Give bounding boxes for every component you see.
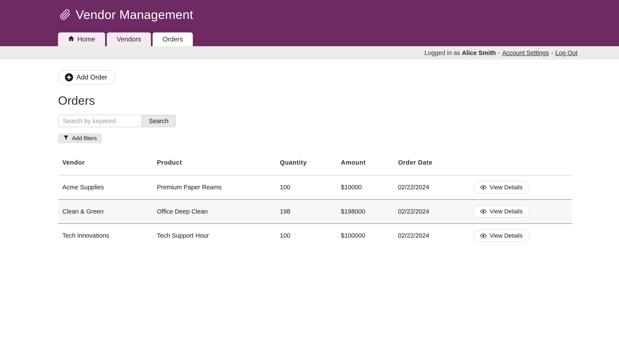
logged-in-prefix: Logged in as: [424, 49, 460, 56]
tab-vendors-label: Vendors: [117, 35, 141, 43]
logout-link[interactable]: Log Out: [555, 49, 577, 56]
cell-product: Tech Support Hour: [153, 224, 276, 248]
eye-icon: [480, 208, 487, 215]
orders-table: Vendor Product Quantity Amount Order Dat…: [58, 155, 572, 248]
user-bar: Logged in as Alice Smith - Account Setti…: [0, 46, 619, 59]
cell-amount: $10000: [337, 175, 394, 199]
column-header-quantity: Quantity: [276, 155, 337, 175]
table-header-row: Vendor Product Quantity Amount Order Dat…: [58, 155, 572, 175]
main-content: Add Order Orders Search Add filters Vend…: [0, 59, 619, 248]
cell-amount: $100000: [337, 224, 394, 248]
tab-home[interactable]: Home: [58, 32, 105, 46]
search-input[interactable]: [58, 115, 141, 127]
search-row: Search: [58, 115, 578, 127]
table-row: Acme Supplies Premium Paper Reams 100 $1…: [58, 175, 572, 199]
search-button[interactable]: Search: [141, 115, 176, 127]
view-details-label: View Details: [490, 232, 523, 239]
cell-product: Premium Paper Reams: [153, 175, 276, 199]
add-filters-label: Add filters: [72, 135, 97, 142]
cell-vendor: Acme Supplies: [58, 175, 153, 199]
home-icon: [68, 35, 74, 43]
account-settings-link[interactable]: Account Settings: [502, 49, 549, 56]
cell-amount: $198000: [337, 199, 394, 224]
cell-quantity: 198: [276, 199, 337, 224]
main-nav: Home Vendors Orders: [58, 32, 193, 46]
view-details-button[interactable]: View Details: [473, 229, 530, 242]
table-row: Tech Innovations Tech Support Hour 100 $…: [58, 224, 572, 248]
view-details-label: View Details: [490, 208, 523, 215]
cell-vendor: Tech Innovations: [58, 224, 153, 248]
view-details-button[interactable]: View Details: [473, 205, 530, 218]
cell-product: Office Deep Clean: [153, 199, 276, 224]
filter-icon: [63, 135, 69, 142]
cell-order-date: 02/22/2024: [394, 224, 469, 248]
column-header-product: Product: [153, 155, 276, 175]
app-header: Vendor Management Home Vendors Orders: [0, 0, 619, 46]
column-header-vendor: Vendor: [58, 155, 153, 175]
cell-vendor: Clean & Green: [58, 199, 153, 224]
app-title: Vendor Management: [76, 7, 193, 22]
tab-home-label: Home: [77, 35, 95, 43]
table-row: Clean & Green Office Deep Clean 198 $198…: [58, 199, 572, 224]
cell-order-date: 02/22/2024: [394, 199, 469, 224]
add-order-label: Add Order: [77, 73, 107, 81]
eye-icon: [480, 184, 487, 191]
add-order-button[interactable]: Add Order: [58, 70, 116, 84]
username: Alice Smith: [462, 49, 496, 56]
paperclip-icon: [60, 9, 71, 20]
page-title: Orders: [58, 94, 578, 107]
separator: -: [551, 49, 553, 56]
tab-vendors[interactable]: Vendors: [107, 32, 151, 46]
view-details-label: View Details: [490, 184, 523, 191]
view-details-button[interactable]: View Details: [473, 181, 530, 194]
plus-icon: [65, 73, 73, 82]
tab-orders[interactable]: Orders: [153, 32, 193, 46]
eye-icon: [480, 233, 487, 239]
column-header-actions: [469, 155, 572, 175]
cell-quantity: 100: [276, 224, 337, 248]
column-header-amount: Amount: [337, 155, 394, 175]
separator: -: [498, 49, 500, 56]
add-filters-button[interactable]: Add filters: [58, 133, 102, 143]
cell-quantity: 100: [276, 175, 337, 199]
app-title-row: Vendor Management: [0, 0, 619, 22]
cell-order-date: 02/22/2024: [394, 175, 469, 199]
tab-orders-label: Orders: [163, 35, 183, 43]
column-header-order-date: Order Date: [394, 155, 469, 175]
